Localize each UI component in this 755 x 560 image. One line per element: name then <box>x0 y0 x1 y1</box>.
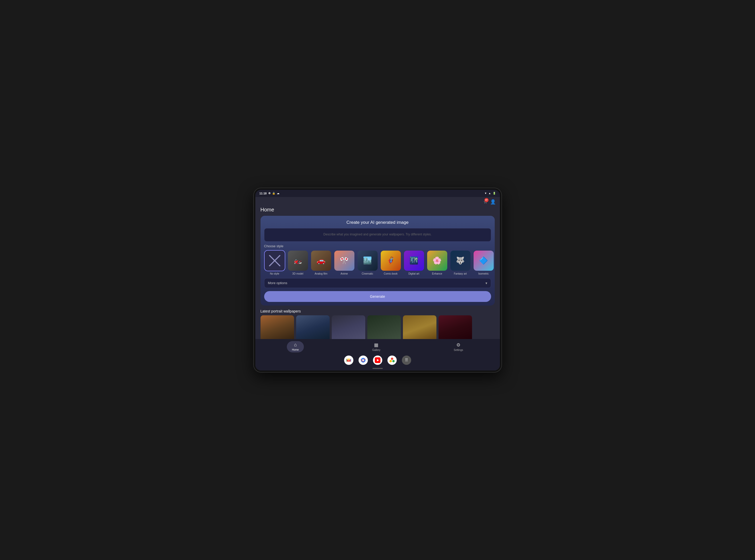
dock-gmail[interactable] <box>344 356 353 365</box>
youtube-icon <box>375 357 381 363</box>
ai-card-title: Create your AI generated image <box>260 216 495 228</box>
style-img-enhance: 🌸 <box>427 250 448 271</box>
wallpaper-thumb-5[interactable] <box>403 315 437 339</box>
style-img-analog-film: 🚗 <box>311 250 332 271</box>
status-left: 11:18 ⚙ 🔒 ☁ <box>259 192 279 195</box>
no-style-box <box>264 250 285 271</box>
status-time: 11:18 <box>259 192 267 195</box>
style-item-enhance[interactable]: 🌸 Enhance <box>427 250 448 275</box>
style-label-cinematic: Cinematic <box>362 272 373 275</box>
style-img-cinematic: 🏙️ <box>357 250 378 271</box>
device-frame: 11:18 ⚙ 🔒 ☁ ▼ ▲ 🔋 ☆ 47 👤 Home <box>254 188 501 372</box>
home-indicator <box>372 368 383 369</box>
style-label-no-style: No style <box>270 272 279 275</box>
style-item-fantasy-art[interactable]: 🐺 Fantasy art <box>450 250 471 275</box>
photos-icon <box>389 357 395 363</box>
person-icon: 👤 <box>490 199 496 204</box>
style-img-3d-model: 🏍️ <box>287 250 309 271</box>
dock-photos[interactable] <box>387 356 397 365</box>
style-item-no-style[interactable]: No style <box>264 250 285 275</box>
svg-point-8 <box>391 357 393 360</box>
style-label-3d-model: 3D model <box>292 272 303 275</box>
more-options-label: More options <box>268 281 287 285</box>
wifi-icon: ▼ <box>484 192 487 195</box>
battery-icon: 🔋 <box>493 192 496 195</box>
style-item-comic-book[interactable]: 🦸 Comic-book <box>380 250 401 275</box>
style-list: No style 🏍️ 3D model 🚗 Ana <box>260 250 495 278</box>
ai-card: Create your AI generated image Describe … <box>260 216 495 305</box>
top-bar: ☆ 47 👤 <box>255 197 500 206</box>
chrome-icon <box>360 357 366 363</box>
home-icon: ⌂ <box>294 342 297 347</box>
nav-tab-home[interactable]: ⌂ Home <box>287 341 304 353</box>
style-img-comic-book: 🦸 <box>380 250 401 271</box>
main-content: ☆ 47 👤 Home Create your AI generated ima… <box>255 197 500 371</box>
choose-style-label: Choose style <box>260 242 495 250</box>
nav-tabs: ⌂ Home ▦ Gallery ⚙ Settings <box>255 339 500 354</box>
style-item-isometric[interactable]: 🔷 Isometric <box>473 250 494 275</box>
wallpaper-strip <box>260 315 495 339</box>
settings-icon: ⚙ <box>456 342 461 348</box>
page-title: Home <box>255 206 500 216</box>
scroll-area: Create your AI generated image Describe … <box>255 216 500 339</box>
latest-section-title: Latest portrait wallpapers <box>260 305 495 315</box>
style-img-anime: 🎌 <box>334 250 355 271</box>
style-img-isometric: 🔷 <box>473 250 494 271</box>
bottom-nav: ⌂ Home ▦ Gallery ⚙ Settings <box>255 339 500 371</box>
style-img-fantasy-art: 🐺 <box>450 250 471 271</box>
gallery-tab-label: Gallery <box>372 348 381 352</box>
settings-tab-label: Settings <box>454 348 463 352</box>
favorites-button[interactable]: ☆ 47 <box>483 199 487 205</box>
prompt-input-area[interactable]: Describe what you imagined and generate … <box>264 228 491 242</box>
generate-button[interactable]: Generate <box>264 291 491 302</box>
style-label-analog-film: Analog film <box>315 272 327 275</box>
svg-rect-3 <box>351 359 351 361</box>
badge-count: 47 <box>484 198 488 202</box>
svg-point-5 <box>362 359 364 361</box>
style-label-anime: Anime <box>341 272 348 275</box>
more-options-row[interactable]: More options ▾ <box>264 278 491 288</box>
gmail-icon <box>346 357 352 363</box>
style-item-anime[interactable]: 🎌 Anime <box>334 250 355 275</box>
status-right: ▼ ▲ 🔋 <box>484 192 496 195</box>
style-label-digital-art: Digital art <box>408 272 419 275</box>
home-tab-label: Home <box>292 348 299 351</box>
dock-apps[interactable]: ⠿ <box>402 356 411 365</box>
wallpaper-thumb-2[interactable] <box>296 315 330 339</box>
style-item-cinematic[interactable]: 🏙️ Cinematic <box>357 250 378 275</box>
settings-status-icon: ⚙ <box>268 192 271 195</box>
style-label-comic-book: Comic-book <box>384 272 398 275</box>
cloud-status-icon: ☁ <box>277 192 279 195</box>
dock-chrome[interactable] <box>359 356 368 365</box>
svg-point-9 <box>389 360 391 362</box>
nav-tab-settings[interactable]: ⚙ Settings <box>449 341 468 353</box>
prompt-placeholder-text: Describe what you imagined and generate … <box>324 233 431 236</box>
wallpaper-thumb-3[interactable] <box>332 315 365 339</box>
dock: ⠿ <box>344 354 411 368</box>
apps-grid-icon: ⠿ <box>405 358 408 362</box>
svg-rect-2 <box>346 359 347 361</box>
chevron-down-icon: ▾ <box>485 281 487 285</box>
wallpaper-thumb-6[interactable] <box>439 315 472 339</box>
gallery-icon: ▦ <box>374 342 379 348</box>
wallpaper-thumb-4[interactable] <box>367 315 401 339</box>
style-item-analog-film[interactable]: 🚗 Analog film <box>311 250 332 275</box>
style-item-3d-model[interactable]: 🏍️ 3D model <box>287 250 309 275</box>
profile-button[interactable]: 👤 <box>490 199 496 205</box>
signal-icon: ▲ <box>488 192 491 195</box>
lock-status-icon: 🔒 <box>272 192 275 195</box>
style-label-isometric: Isometric <box>478 272 489 275</box>
style-img-digital-art: 🌃 <box>403 250 425 271</box>
nav-tab-gallery[interactable]: ▦ Gallery <box>367 341 386 353</box>
no-style-x-icon <box>267 253 283 268</box>
style-item-digital-art[interactable]: 🌃 Digital art <box>403 250 425 275</box>
dock-youtube[interactable] <box>373 356 382 365</box>
style-label-enhance: Enhance <box>432 272 442 275</box>
status-bar: 11:18 ⚙ 🔒 ☁ ▼ ▲ 🔋 <box>255 190 500 197</box>
style-label-fantasy-art: Fantasy art <box>454 272 467 275</box>
wallpaper-thumb-1[interactable] <box>260 315 294 339</box>
svg-point-10 <box>392 360 394 362</box>
